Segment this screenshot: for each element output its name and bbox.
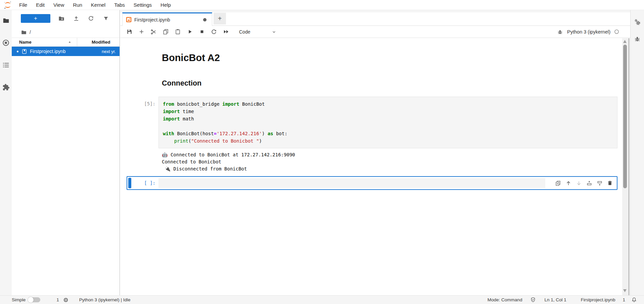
scroll-down-arrow-icon[interactable] (623, 289, 627, 292)
new-folder-icon[interactable] (56, 13, 66, 23)
debugger-bug-icon[interactable] (557, 29, 563, 35)
column-header-name[interactable]: Name (12, 38, 77, 46)
breadcrumb-root[interactable]: / (30, 30, 31, 35)
run-all-icon[interactable] (221, 27, 231, 37)
kernel-chip-icon[interactable] (63, 297, 68, 303)
notebook-file-icon (21, 49, 27, 54)
cell-type-value: Code (239, 29, 250, 35)
active-empty-cell[interactable]: [ ]: (127, 176, 617, 190)
execution-count: [5]: (127, 97, 158, 148)
kernel-sessions-count: 1 (56, 297, 59, 302)
simple-mode-toggle[interactable] (28, 297, 40, 302)
empty-cell-editor[interactable] (158, 178, 545, 188)
output-line: 🔌 Disconnected from BonicBot (162, 165, 617, 172)
column-header-modified[interactable]: Modified (77, 40, 120, 45)
insert-cell-below-icon[interactable] (597, 180, 603, 186)
right-activity-bar (630, 10, 644, 295)
copy-icon[interactable] (160, 27, 171, 37)
running-sessions-icon[interactable] (2, 39, 10, 47)
code-cell-outputs: 🤖 Connected to BonicBot at 172.27.142.21… (127, 148, 617, 172)
trusted-shield-icon (530, 297, 536, 303)
refresh-icon[interactable] (86, 13, 96, 23)
notebook-h1: BonicBot A2 (162, 52, 220, 63)
code-line: from bonicbot_bridge import BonicBot (163, 100, 613, 108)
notebook-scrollbar[interactable] (622, 38, 628, 295)
filter-icon[interactable] (101, 13, 111, 23)
menu-item-tabs[interactable]: Tabs (110, 0, 129, 10)
code-line: import math (163, 115, 613, 122)
output-line: Connected to Bonicbot (162, 158, 617, 165)
chevron-down-icon (271, 29, 277, 35)
kernel-area: Python 3 (ipykernel) (557, 29, 626, 35)
bell-icon[interactable] (631, 297, 637, 303)
code-line (163, 122, 613, 130)
notification-count: 1 (623, 297, 625, 302)
empty-execution-count: [ ]: (131, 177, 158, 189)
table-of-contents-icon[interactable] (2, 61, 10, 69)
paste-icon[interactable] (173, 27, 183, 37)
extensions-icon[interactable] (2, 84, 10, 91)
move-cell-up-icon[interactable] (565, 180, 571, 186)
menu-item-kernel[interactable]: Kernel (87, 0, 110, 10)
notebook-h2: Connection (162, 79, 201, 87)
code-editor[interactable]: from bonicbot_bridge import BonicBotimpo… (158, 97, 617, 148)
stop-icon[interactable] (197, 27, 207, 37)
menu-item-view[interactable]: View (49, 0, 68, 10)
markdown-cell-title[interactable]: BonicBot A2 (127, 52, 617, 63)
file-row-selected[interactable]: Firstproject.ipynb next yr. (12, 47, 120, 56)
kernel-status[interactable]: Python 3 (ipykernel) | Idle (79, 297, 131, 302)
cell-type-select[interactable]: Code (239, 29, 277, 35)
run-icon[interactable] (185, 27, 195, 37)
main-dock-panel: Firstproject.ipynb + (120, 10, 630, 295)
tab-firstproject[interactable]: Firstproject.ipynb (122, 12, 212, 26)
tab-dirty-indicator-icon[interactable] (203, 18, 206, 21)
cursor-position: Ln 1, Col 1 (544, 297, 566, 302)
file-browser-toolbar: + (12, 10, 120, 27)
new-launcher-button[interactable]: + (21, 14, 50, 23)
active-empty-cell-row: [ ]: (127, 176, 617, 190)
code-line: print("Connected to Bonicbot ") (163, 137, 613, 145)
status-bar: Simple 1 Python 3 (ipykernel) | Idle Mod… (0, 295, 644, 304)
menu-item-file[interactable]: File (15, 0, 32, 10)
notebook-content: BonicBot A2 Connection [5]: from bonicbo… (120, 38, 630, 295)
breadcrumb-folder-icon[interactable] (21, 29, 27, 35)
menu-items: FileEditViewRunKernelTabsSettingsHelp (15, 0, 175, 10)
menu-item-settings[interactable]: Settings (129, 0, 156, 10)
simple-mode-label: Simple (12, 297, 26, 302)
cell-toolbar (545, 177, 617, 189)
add-cell-icon[interactable] (136, 27, 146, 37)
file-browser-panel: + / Name Modified (12, 10, 120, 295)
scrollbar-thumb[interactable] (623, 45, 627, 188)
output-area: 🤖 Connected to BonicBot at 172.27.142.21… (158, 151, 617, 172)
notebook-tab-icon (126, 17, 132, 22)
tab-bar: Firstproject.ipynb + (120, 10, 630, 26)
duplicate-cell-icon[interactable] (555, 180, 561, 186)
scroll-up-arrow-icon[interactable] (623, 40, 627, 43)
breadcrumb[interactable]: / (12, 27, 120, 38)
property-inspector-icon[interactable] (633, 18, 641, 26)
new-tab-button[interactable]: + (214, 13, 226, 24)
unsaved-dot-icon (17, 51, 18, 52)
move-cell-down-icon[interactable] (576, 180, 582, 186)
markdown-cell-section[interactable]: Connection (127, 79, 617, 88)
menu-item-help[interactable]: Help (156, 0, 175, 10)
cut-icon[interactable] (148, 27, 158, 37)
active-file-name: Firstproject.ipynb (581, 297, 615, 302)
insert-cell-above-icon[interactable] (586, 180, 592, 186)
save-icon[interactable] (124, 27, 134, 37)
kernel-name[interactable]: Python 3 (ipykernel) (567, 29, 610, 35)
delete-cell-icon[interactable] (607, 180, 613, 186)
restart-icon[interactable] (209, 27, 219, 37)
code-cell[interactable]: [5]: from bonicbot_bridge import BonicBo… (127, 97, 617, 148)
upload-icon[interactable] (71, 13, 81, 23)
file-name: Firstproject.ipynb (30, 49, 102, 54)
folder-icon[interactable] (2, 17, 10, 24)
cell-collapser[interactable] (128, 178, 131, 188)
menu-item-run[interactable]: Run (68, 0, 87, 10)
code-line: import time (163, 108, 613, 115)
tab-label: Firstproject.ipynb (134, 17, 201, 22)
debugger-icon[interactable] (634, 36, 641, 42)
notebook-cells: BonicBot A2 Connection [5]: from bonicbo… (127, 38, 617, 190)
menu-item-edit[interactable]: Edit (32, 0, 49, 10)
toggle-knob[interactable] (28, 297, 34, 303)
